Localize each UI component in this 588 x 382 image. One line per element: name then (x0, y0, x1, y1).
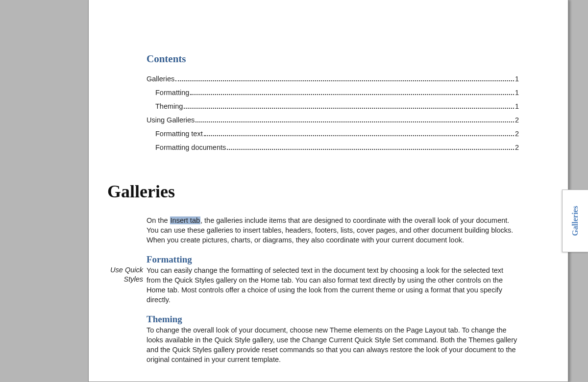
toc-label: Using Galleries (147, 113, 195, 127)
intro-text-post: , the galleries include items that are d… (147, 216, 513, 244)
toc-leader (196, 121, 514, 122)
subheading-theming: Theming (147, 314, 519, 324)
toc-row[interactable]: Galleries 1 (147, 72, 519, 86)
toc-row[interactable]: Formatting documents 2 (147, 141, 519, 154)
intro-text-pre: On the (147, 216, 170, 224)
toc-title: Contents (147, 53, 519, 65)
toc-label: Formatting text (155, 127, 203, 141)
toc-leader (227, 149, 514, 150)
margin-note: Use Quick Styles (106, 265, 143, 284)
document-page: Contents Galleries 1 Formatting 1 Themin… (88, 0, 568, 382)
toc-leader (175, 80, 514, 81)
formatting-body: You can easily change the formatting of … (147, 265, 519, 305)
toc-row[interactable]: Theming 1 (147, 99, 519, 113)
section-heading-galleries: Galleries (107, 181, 519, 202)
toc-label: Formatting documents (155, 141, 226, 154)
toc-leader (184, 108, 514, 109)
theming-block: Theming To change the overall look of yo… (147, 314, 519, 364)
subheading-formatting: Formatting (147, 255, 519, 264)
thumbnail-tab-label: Galleries (571, 206, 580, 236)
toc-label: Theming (155, 99, 183, 113)
thumbnail-tab[interactable]: Galleries (562, 190, 588, 252)
intro-paragraph: On the Insert tab, the galleries include… (147, 215, 519, 245)
table-of-contents: Galleries 1 Formatting 1 Theming 1 Using… (147, 72, 519, 154)
theming-body: To change the overall look of your docum… (147, 325, 519, 364)
toc-leader (190, 94, 514, 95)
toc-row[interactable]: Formatting text 2 (147, 127, 519, 141)
toc-label: Galleries (147, 72, 174, 86)
toc-page: 1 (515, 72, 519, 86)
toc-label: Formatting (155, 86, 189, 99)
toc-row[interactable]: Formatting 1 (147, 86, 519, 99)
toc-page: 1 (515, 86, 519, 99)
toc-row[interactable]: Using Galleries 2 (147, 113, 519, 127)
toc-page: 1 (515, 99, 519, 113)
toc-page: 2 (515, 141, 519, 154)
page-content: Contents Galleries 1 Formatting 1 Themin… (147, 53, 519, 374)
toc-page: 2 (515, 113, 519, 127)
highlighted-text[interactable]: Insert tab (170, 216, 200, 224)
toc-page: 2 (515, 127, 519, 141)
workspace: Contents Galleries 1 Formatting 1 Themin… (0, 0, 588, 382)
toc-leader (204, 135, 514, 136)
formatting-block: Use Quick Styles Formatting You can easi… (147, 255, 519, 305)
